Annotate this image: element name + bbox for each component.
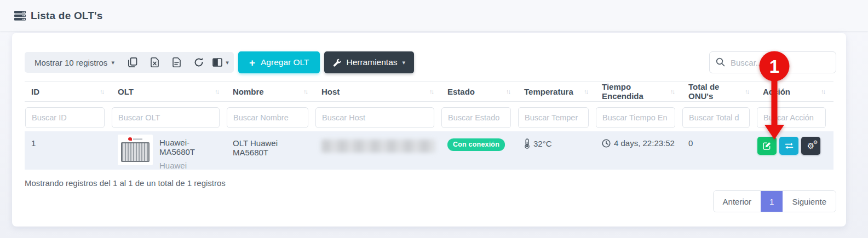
header-accion[interactable]: Acción↑↓ <box>756 87 832 96</box>
header-olt[interactable]: OLT↑↓ <box>111 87 226 96</box>
refresh-button[interactable] <box>188 52 210 73</box>
tools-label: Herramientas <box>346 57 397 67</box>
transfer-arrows-button[interactable] <box>779 137 798 155</box>
sort-icon: ↑↓ <box>506 88 510 95</box>
chevron-down-icon: ▾ <box>403 60 406 66</box>
gear-small-icon: ⚙ <box>813 140 818 145</box>
sort-icon: ↑↓ <box>584 88 588 95</box>
plus-icon: + <box>249 57 255 68</box>
cell-estado: Con conexión <box>441 131 518 151</box>
filter-temperatura-input[interactable] <box>518 107 589 128</box>
header-estado[interactable]: Estado↑↓ <box>441 87 518 96</box>
filter-olt-input[interactable] <box>112 107 220 128</box>
pagination-next[interactable]: Siguiente <box>783 191 836 212</box>
pagination: Anterior 1 Siguiente <box>713 190 836 212</box>
table-row: 1 Huawei-MA5680T Huawei OLT Huawei MA568… <box>25 131 833 170</box>
filter-accion-input[interactable] <box>757 107 826 128</box>
table-filter-row <box>25 104 833 131</box>
header-total-onus[interactable]: Total de ONU's↑↓ <box>682 82 756 101</box>
add-olt-label: Agregar OLT <box>261 57 309 67</box>
copy-icon <box>128 57 137 67</box>
pagination-page-1[interactable]: 1 <box>761 191 783 212</box>
header-tiempo-encendida[interactable]: Tiempo Encendida↑↓ <box>595 82 682 101</box>
page-length-dropdown[interactable]: Mostrar 10 registros ▾ <box>27 52 122 73</box>
wrench-icon <box>333 59 341 67</box>
search-icon <box>716 57 725 67</box>
header-nombre[interactable]: Nombre↑↓ <box>226 87 315 96</box>
file-text-icon <box>173 57 181 67</box>
top-header-bar: Lista de OLT's <box>0 0 868 31</box>
huawei-logo <box>128 137 142 141</box>
filter-host-input[interactable] <box>315 107 434 128</box>
transfer-arrows-icon <box>785 142 794 149</box>
refresh-icon <box>194 57 204 67</box>
temperature-value: 32°C <box>533 139 552 148</box>
sort-icon: ↑↓ <box>429 88 433 95</box>
header-temperatura[interactable]: Temperatura↑↓ <box>518 87 595 96</box>
table-toolbar: Mostrar 10 registros ▾ <box>25 51 836 73</box>
olt-device-image <box>118 135 153 165</box>
clock-icon <box>602 139 611 148</box>
sort-icon: ↑↓ <box>670 88 674 95</box>
thermometer-icon <box>524 138 530 149</box>
toolbar-left-group: Mostrar 10 registros ▾ <box>25 52 234 73</box>
page-title: Lista de OLT's <box>31 10 103 22</box>
cell-nombre: OLT Huawei MA5680T <box>226 131 315 157</box>
sort-icon: ↑↓ <box>303 88 307 95</box>
filter-estado-input[interactable] <box>441 107 511 128</box>
uptime-value: 4 days, 22:23:52 <box>614 138 675 148</box>
status-badge: Con conexión <box>447 138 505 151</box>
chevron-down-icon: ▾ <box>226 60 229 66</box>
header-id[interactable]: ID↑↓ <box>25 87 111 96</box>
cell-total-onus: 0 <box>682 131 756 148</box>
settings-gears-button[interactable]: ⚙ ⚙ <box>801 137 820 155</box>
chevron-down-icon: ▾ <box>111 60 114 66</box>
cell-host <box>315 131 441 153</box>
tools-dropdown-button[interactable]: Herramientas ▾ <box>324 51 414 73</box>
olt-brand: Huawei <box>159 161 220 170</box>
records-summary: Mostrando registros del 1 al 1 de un tot… <box>25 178 226 188</box>
columns-icon <box>212 58 222 67</box>
filter-nombre-input[interactable] <box>227 107 308 128</box>
pagination-previous[interactable]: Anterior <box>714 191 761 212</box>
global-search <box>709 51 836 73</box>
sort-icon: ↑↓ <box>215 88 219 95</box>
table-header-row: ID↑↓ OLT↑↓ Nombre↑↓ Host↑↓ Estado↑↓ Temp… <box>25 81 833 102</box>
header-host[interactable]: Host↑↓ <box>315 87 441 96</box>
column-visibility-dropdown[interactable]: ▾ <box>210 52 232 73</box>
page-length-label: Mostrar 10 registros <box>35 58 107 67</box>
cell-id: 1 <box>25 131 111 148</box>
sort-icon: ↑↓ <box>745 88 749 95</box>
olt-list-card: Mostrar 10 registros ▾ <box>12 33 846 227</box>
filter-tiempo-input[interactable] <box>596 107 675 128</box>
olt-chassis-graphic <box>121 142 150 162</box>
search-input[interactable] <box>709 51 836 73</box>
filter-id-input[interactable] <box>25 107 105 128</box>
excel-file-icon <box>151 57 159 67</box>
olt-model: Huawei-MA5680T <box>159 138 220 156</box>
cell-olt: Huawei-MA5680T Huawei <box>111 131 226 170</box>
filter-total-input[interactable] <box>682 107 750 128</box>
cell-temperatura: 32°C <box>518 131 595 149</box>
edit-icon <box>763 142 771 150</box>
cell-tiempo-encendida: 4 days, 22:23:52 <box>595 131 682 148</box>
sort-icon: ↑↓ <box>100 88 104 95</box>
server-icon <box>14 11 26 21</box>
copy-button[interactable] <box>122 52 144 73</box>
edit-olt-button[interactable] <box>757 137 777 155</box>
export-excel-button[interactable] <box>144 52 166 73</box>
export-file-button[interactable] <box>166 52 188 73</box>
host-redacted-blur <box>321 140 435 153</box>
page-head: Lista de OLT's <box>14 10 103 22</box>
add-olt-button[interactable]: + Agregar OLT <box>238 51 320 73</box>
cell-accion: ⚙ ⚙ <box>756 131 832 155</box>
sort-icon: ↑↓ <box>821 88 825 95</box>
